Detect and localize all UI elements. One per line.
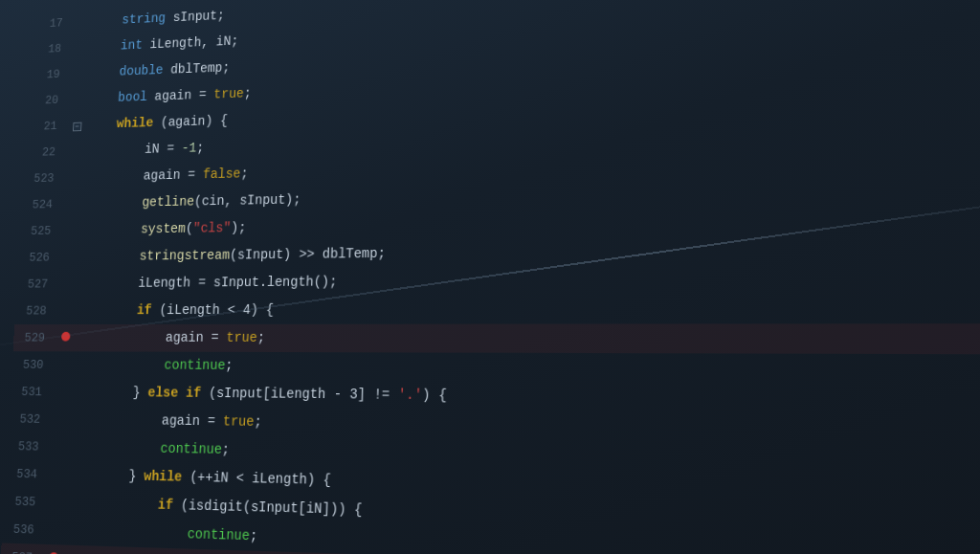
token: (again) { bbox=[153, 113, 228, 130]
line-number: 528 bbox=[14, 299, 60, 324]
token: sInput; bbox=[166, 9, 225, 26]
line-number: 530 bbox=[11, 352, 58, 379]
token: iN = bbox=[86, 141, 182, 158]
token: ; bbox=[250, 528, 258, 544]
token: true bbox=[226, 330, 257, 345]
token: if bbox=[158, 497, 174, 513]
token: ); bbox=[231, 220, 247, 235]
line-number: 21 bbox=[26, 114, 72, 141]
line-gutter bbox=[74, 77, 87, 78]
line-number: 525 bbox=[19, 218, 65, 244]
token: ; bbox=[254, 414, 262, 430]
token: -1 bbox=[181, 141, 196, 156]
token: continue bbox=[187, 526, 250, 543]
token: '.' bbox=[398, 387, 423, 403]
line-number: 524 bbox=[21, 192, 67, 218]
line-gutter[interactable]: − bbox=[70, 122, 84, 132]
token: (sInput[iLength - 3] != bbox=[201, 386, 398, 403]
code-text: if (iLength < 4) { bbox=[74, 293, 980, 323]
token: again = bbox=[76, 330, 227, 345]
line-number: 18 bbox=[30, 36, 75, 63]
token: ; bbox=[256, 330, 265, 345]
token bbox=[65, 522, 188, 542]
token: } bbox=[73, 385, 148, 401]
line-number: 537 bbox=[0, 544, 47, 554]
token: int bbox=[121, 37, 144, 53]
token bbox=[87, 117, 117, 132]
line-number: 19 bbox=[29, 62, 74, 89]
token bbox=[81, 222, 141, 237]
token: getline bbox=[142, 194, 194, 210]
line-number: 20 bbox=[27, 88, 73, 115]
line-number: 22 bbox=[24, 140, 70, 166]
token bbox=[89, 91, 119, 106]
token: while bbox=[117, 116, 154, 131]
token: continue bbox=[160, 441, 222, 457]
token bbox=[80, 249, 140, 264]
line-number: 534 bbox=[5, 461, 52, 489]
code-text: again = true; bbox=[72, 323, 980, 353]
token bbox=[70, 439, 161, 456]
token bbox=[83, 195, 143, 211]
token: ; bbox=[225, 358, 234, 373]
line-number: 17 bbox=[32, 11, 77, 37]
token: } bbox=[68, 467, 144, 484]
token: system bbox=[141, 221, 186, 236]
token: false bbox=[203, 166, 241, 182]
token: bool bbox=[118, 89, 147, 104]
line-number: 531 bbox=[10, 379, 56, 406]
line-number: 533 bbox=[7, 433, 54, 461]
token: ; bbox=[240, 166, 249, 182]
token: (++iN < iLength) { bbox=[182, 469, 331, 488]
line-gutter bbox=[76, 25, 89, 26]
token bbox=[90, 64, 120, 79]
token: while bbox=[144, 469, 183, 485]
line-number: 535 bbox=[3, 489, 50, 517]
code-container: 17 string sInput;18 int iLength, iN;19 d… bbox=[0, 0, 980, 554]
line-number: 532 bbox=[9, 407, 56, 433]
line-number: 536 bbox=[2, 516, 49, 544]
line-gutter bbox=[75, 51, 88, 52]
token: double bbox=[119, 63, 163, 79]
line-number: 526 bbox=[18, 245, 64, 271]
token: (sInput) >> dblTemp; bbox=[230, 246, 386, 263]
breakpoint-icon[interactable] bbox=[61, 332, 71, 342]
line-gutter[interactable] bbox=[58, 332, 73, 342]
token: again = bbox=[72, 411, 224, 429]
token: if bbox=[137, 302, 152, 318]
token bbox=[67, 495, 158, 513]
token bbox=[75, 357, 165, 372]
token: else if bbox=[147, 385, 201, 401]
token bbox=[78, 302, 138, 318]
token: iLength = sInput.length(); bbox=[78, 274, 337, 291]
token: ; bbox=[243, 86, 251, 101]
token: ) { bbox=[422, 388, 447, 404]
token: iLength, iN; bbox=[143, 33, 239, 52]
line-number: 529 bbox=[13, 325, 60, 351]
line-number: 527 bbox=[16, 272, 62, 298]
token: stringstream bbox=[139, 248, 230, 264]
token bbox=[92, 38, 122, 54]
token: string bbox=[122, 11, 166, 27]
token: again = bbox=[84, 167, 203, 185]
token: again = bbox=[146, 87, 213, 104]
code-line: 528 if (iLength < 4) { bbox=[14, 293, 980, 324]
token: (cin, sInput); bbox=[194, 192, 301, 210]
token: true bbox=[213, 86, 244, 101]
token: "cls" bbox=[192, 220, 231, 235]
fold-icon[interactable]: − bbox=[73, 122, 81, 132]
code-line: 529 again = true; bbox=[13, 323, 980, 354]
token: continue bbox=[164, 358, 225, 373]
token: true bbox=[223, 413, 255, 430]
token: dblTemp; bbox=[163, 60, 230, 78]
line-number: 523 bbox=[22, 166, 68, 191]
token: ; bbox=[221, 442, 230, 457]
token: (isdigit(sInput[iN])) { bbox=[173, 498, 363, 519]
code-editor: 17 string sInput;18 int iLength, iN;19 d… bbox=[0, 0, 980, 554]
token: (iLength < 4) { bbox=[151, 302, 274, 318]
token bbox=[93, 12, 122, 28]
token: ; bbox=[196, 141, 204, 156]
